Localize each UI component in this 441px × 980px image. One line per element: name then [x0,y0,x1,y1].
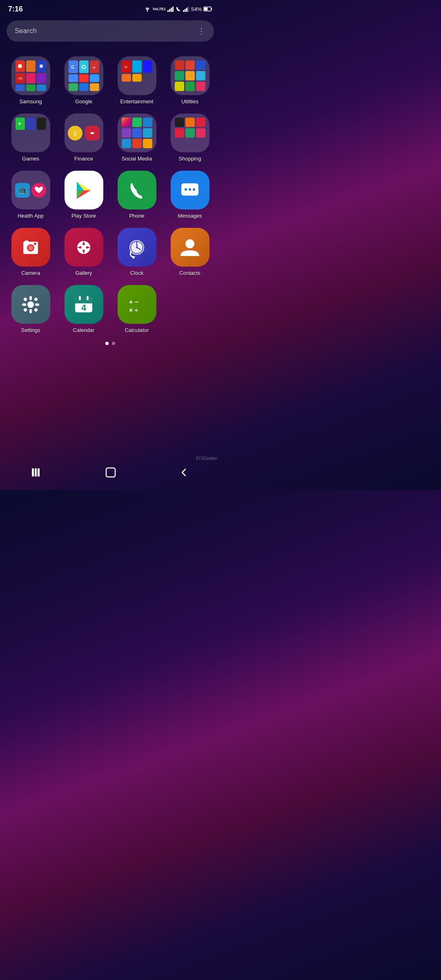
home-button[interactable] [101,463,120,485]
svg-rect-58 [32,468,34,477]
battery-display: 54% [191,6,202,12]
signal2-icon [183,6,189,12]
gallery-label: Gallery [75,270,92,276]
utilities-label: Utilities [181,98,198,105]
app-phone[interactable]: Phone [110,168,163,221]
play-store-svg [72,178,96,202]
clock-label: Clock [130,270,144,276]
app-health[interactable]: 📺 Health App [4,168,57,221]
svg-rect-61 [106,468,115,477]
signal-icon [167,6,174,12]
app-contacts[interactable]: Contacts [163,225,216,278]
svg-rect-3 [171,8,172,12]
camera-label: Camera [21,270,40,276]
app-samsung[interactable]: AR Samsung [4,54,57,107]
status-icons: VoLTE1 54% [144,6,212,12]
app-finance[interactable]: ₿ Finance [57,111,110,164]
settings-svg [20,294,41,315]
svg-rect-13 [40,65,43,68]
svg-rect-42 [29,296,32,300]
svg-rect-54 [79,296,81,300]
app-messages[interactable]: Messages [163,168,216,221]
back-button[interactable] [175,463,193,484]
svg-point-30 [28,245,33,250]
calendar-label: Calendar [73,327,95,333]
svg-point-27 [189,188,191,191]
play-store-label: Play Store [71,213,96,219]
gallery-svg [72,236,96,259]
phone2-icon [176,6,181,12]
entertainment-label: Entertainment [120,98,154,105]
svg-point-12 [18,64,22,68]
svg-text:4: 4 [81,303,87,313]
messages-svg [178,178,202,202]
page-dot-2[interactable] [112,342,115,345]
camera-svg [19,236,42,259]
shopping-label: Shopping [179,156,201,162]
recent-apps-button[interactable] [27,464,46,483]
wifi-icon [144,6,151,12]
app-camera[interactable]: Camera [4,225,57,278]
calculator-label: Calculator [125,327,149,333]
battery-icon [203,6,212,12]
app-gallery[interactable]: Gallery [57,225,110,278]
app-calendar[interactable]: 4 Calendar [57,283,110,336]
last-app-row: Settings 4 Calendar + − × ÷ Calculator [0,278,220,336]
social-media-label: Social Media [122,156,152,162]
svg-text:+  −: + − [129,298,138,305]
page-dot-1[interactable] [105,342,109,345]
svg-rect-8 [188,7,189,12]
search-bar[interactable]: Search ⋮ [7,20,214,42]
svg-text:N: N [125,65,127,69]
svg-text:×  ÷: × ÷ [129,307,138,314]
svg-rect-1 [167,10,169,12]
clock-svg [125,236,149,259]
svg-rect-2 [169,9,170,12]
svg-point-0 [147,11,148,12]
phone-svg [126,180,147,201]
svg-rect-11 [204,8,208,11]
settings-label: Settings [21,327,40,333]
contacts-svg [178,236,202,259]
svg-text:G: G [71,65,74,69]
finance-label: Finance [74,156,93,162]
svg-rect-10 [211,8,212,10]
app-games[interactable]: Games [4,111,57,164]
games-label: Games [22,156,39,162]
svg-rect-5 [183,10,184,12]
time-display: 7:16 [8,5,23,13]
search-placeholder: Search [15,27,37,35]
svg-rect-6 [185,9,186,12]
svg-rect-45 [35,303,39,306]
app-google[interactable]: G M Google [57,54,110,107]
contacts-label: Contacts [179,270,200,276]
search-menu-icon[interactable]: ⋮ [197,26,206,36]
app-calculator[interactable]: + − × ÷ Calculator [110,283,163,336]
app-social-media[interactable]: Social Media [110,111,163,164]
app-settings[interactable]: Settings [4,283,57,336]
svg-rect-43 [29,309,32,313]
svg-point-31 [34,243,36,245]
app-utilities[interactable]: Utilities [163,54,216,107]
svg-point-26 [185,188,187,191]
page-indicators [0,336,220,347]
svg-rect-48 [23,307,27,312]
svg-rect-60 [38,468,40,477]
google-label: Google [75,98,92,105]
app-play-store[interactable]: Play Store [57,168,110,221]
svg-rect-55 [87,296,89,300]
svg-text:M: M [93,66,96,69]
app-shopping[interactable]: Shopping [163,111,216,164]
svg-marker-19 [19,122,21,125]
svg-rect-44 [22,303,26,306]
svg-rect-7 [186,8,187,12]
svg-point-40 [185,239,194,248]
app-entertainment[interactable]: N Entertainment [110,54,163,107]
samsung-label: Samsung [20,98,42,105]
status-bar: 7:16 VoLTE1 54% [0,0,220,16]
phone-label: Phone [129,213,145,219]
svg-text:AR: AR [18,76,22,80]
svg-point-33 [81,245,86,250]
app-clock[interactable]: Clock [110,225,163,278]
svg-point-41 [27,301,34,308]
